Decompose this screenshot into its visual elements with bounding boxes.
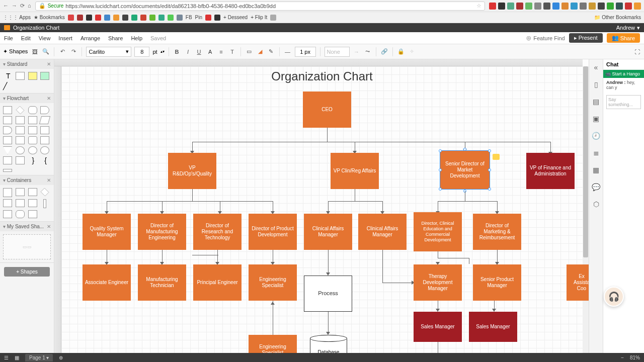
shape[interactable] (16, 199, 25, 207)
shape[interactable] (28, 136, 37, 144)
bookmark-icon[interactable] (86, 15, 92, 21)
shape[interactable] (16, 126, 25, 134)
node-vp-clin[interactable]: VP Clin/Reg Affairs (331, 153, 379, 189)
text-color-icon[interactable]: A (206, 48, 214, 56)
doc-title[interactable]: Organization Chart (13, 25, 59, 31)
shape[interactable] (16, 146, 25, 154)
bookmark-icon[interactable] (68, 15, 74, 21)
shape[interactable] (16, 116, 25, 124)
outline-icon[interactable]: ☰ (4, 355, 9, 360)
feature-find[interactable]: ◎ Feature Find (526, 35, 565, 41)
node-vp-rd[interactable]: VP R&D/Op's/Quality (168, 153, 216, 189)
shape[interactable] (28, 106, 37, 114)
data-icon[interactable]: ⬡ (592, 200, 600, 208)
shape[interactable] (16, 156, 25, 164)
close-icon[interactable]: ✕ (47, 61, 51, 67)
node-es[interactable]: Engineering Specialist (249, 264, 297, 301)
present-button[interactable]: ▸ Present (569, 33, 603, 43)
present-icon[interactable]: ▣ (592, 115, 600, 123)
shape[interactable] (28, 188, 37, 196)
ext-icon[interactable] (580, 3, 587, 10)
menu-share[interactable]: Share (108, 35, 123, 41)
menu-view[interactable]: View (39, 35, 51, 41)
add-shapes-button[interactable]: + Shapes (4, 267, 50, 277)
share-button[interactable]: 👥 Share (607, 33, 640, 43)
shape[interactable] (40, 106, 49, 114)
node-mt[interactable]: Manufacturing Technician (138, 264, 186, 301)
canvas-area[interactable]: Organization Chart CEO VP R&D/Op's/Quali… (54, 59, 589, 362)
shape[interactable] (3, 136, 12, 144)
start-hangout-button[interactable]: 📹 Start a Hango (603, 70, 644, 78)
shape[interactable] (3, 188, 12, 197)
ext-icon[interactable] (543, 3, 550, 10)
bookmark-icon[interactable] (149, 15, 155, 21)
chart-title[interactable]: Organization Chart (271, 69, 372, 83)
url-bar[interactable]: 🔒 Secure https://www.lucidchart.com/docu… (35, 2, 485, 11)
shape[interactable] (40, 146, 49, 154)
ext-icon[interactable] (498, 3, 505, 10)
shape[interactable] (3, 146, 12, 154)
comment-icon[interactable]: 💬 (592, 183, 600, 191)
zoom-out[interactable]: − (621, 355, 624, 360)
ext-icon[interactable] (607, 3, 614, 10)
node-dme[interactable]: Director of Manufacturing Engineering (138, 214, 186, 250)
shape[interactable] (28, 116, 37, 124)
node-qsm[interactable]: Quality System Manager (83, 214, 131, 250)
shape[interactable] (3, 156, 12, 164)
bookmark-icon[interactable] (177, 15, 183, 21)
node-pe[interactable]: Principal Engineer (193, 264, 242, 301)
collapse-icon[interactable]: « (592, 63, 600, 71)
menu-file[interactable]: File (4, 35, 13, 41)
font-size-select[interactable]: 8 (134, 47, 149, 57)
fill-rect-icon[interactable]: ▭ (245, 48, 253, 56)
reload-icon[interactable]: ⟳ (20, 3, 25, 9)
ext-icon[interactable] (634, 3, 641, 10)
bold-button[interactable]: B (173, 48, 181, 56)
node-process[interactable]: Process (304, 276, 352, 312)
shape-rect[interactable] (16, 72, 25, 80)
bookmark-icon[interactable] (95, 15, 101, 21)
node-dpd[interactable]: Director of Product Development (249, 214, 297, 250)
ext-icon[interactable] (571, 3, 578, 10)
shape[interactable] (43, 199, 46, 208)
node-vp-finance[interactable]: VP of Finance and Administration (526, 153, 575, 189)
fullscreen-icon[interactable]: ⛶ (633, 48, 641, 56)
underline-button[interactable]: U (195, 48, 203, 56)
node-drt[interactable]: Director of Research and Technology (193, 214, 242, 250)
shape[interactable] (28, 126, 37, 134)
add-page-button[interactable]: ⊕ (59, 355, 63, 360)
bookmark-icon[interactable] (214, 15, 220, 21)
page-icon[interactable]: ▯ (592, 80, 600, 88)
apps-button[interactable]: ⋮⋮⋮ Apps (3, 15, 31, 20)
ext-icon[interactable] (561, 3, 569, 10)
ext-icon[interactable] (589, 3, 596, 10)
ext-icon[interactable] (489, 3, 496, 10)
ext-icon[interactable] (625, 3, 632, 10)
menu-help[interactable]: Help (131, 35, 142, 41)
bookmark-icon[interactable] (168, 15, 174, 21)
search-icon[interactable]: 🔍 (42, 48, 50, 56)
shape[interactable] (3, 126, 12, 134)
ext-icon[interactable] (552, 3, 559, 10)
text-options-icon[interactable]: T (228, 48, 236, 56)
chat-input[interactable]: Say something... (606, 95, 641, 109)
bookmark-fb[interactable]: FB (186, 15, 192, 20)
node-ceo[interactable]: CEO (303, 92, 351, 128)
shape[interactable] (16, 136, 25, 144)
magic-icon[interactable]: ✧ (408, 48, 416, 56)
line-style-icon[interactable]: — (284, 48, 292, 56)
shape[interactable] (16, 106, 24, 115)
back-icon[interactable]: ← (3, 3, 9, 9)
shape[interactable] (39, 116, 50, 124)
ext-icon[interactable] (507, 3, 514, 10)
close-icon[interactable]: ✕ (47, 96, 51, 101)
ext-icon[interactable] (616, 3, 623, 10)
shape[interactable] (3, 106, 12, 114)
shape[interactable] (3, 210, 12, 218)
shape[interactable] (40, 126, 49, 134)
shape-note[interactable] (28, 72, 37, 80)
grid-icon[interactable]: ▦ (15, 355, 19, 360)
saved-shape-preview[interactable]: ▭▭ (3, 234, 51, 259)
node-cam1[interactable]: Clinical Affairs Manager (304, 214, 352, 250)
forward-icon[interactable]: → (12, 3, 17, 9)
